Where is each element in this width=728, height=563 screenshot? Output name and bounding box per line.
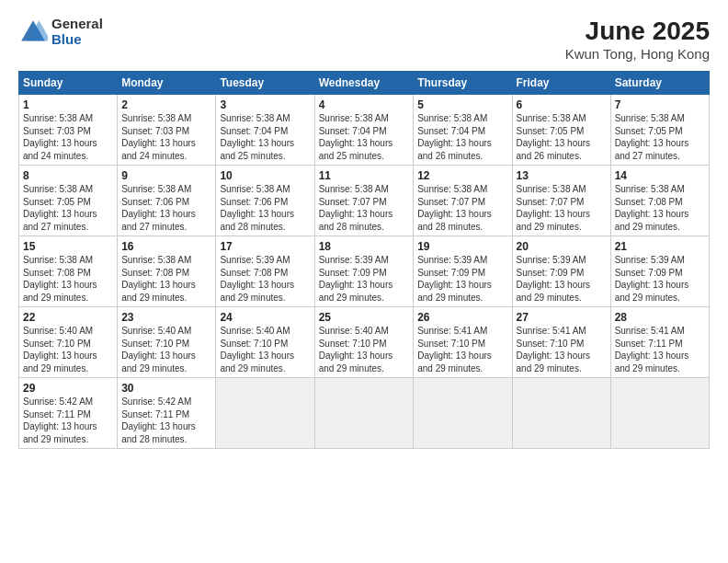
day-info: Sunrise: 5:41 AMSunset: 7:10 PMDaylight:… bbox=[517, 326, 591, 373]
day-number: 17 bbox=[220, 240, 310, 253]
col-wednesday: Wednesday bbox=[314, 72, 414, 95]
day-info: Sunrise: 5:41 AMSunset: 7:10 PMDaylight:… bbox=[417, 326, 492, 373]
table-row: 13 Sunrise: 5:38 AMSunset: 7:07 PMDaylig… bbox=[512, 166, 610, 236]
table-row: 10 Sunrise: 5:38 AMSunset: 7:06 PMDaylig… bbox=[216, 166, 314, 236]
table-row: 25 Sunrise: 5:40 AMSunset: 7:10 PMDaylig… bbox=[314, 307, 414, 378]
calendar: Sunday Monday Tuesday Wednesday Thursday… bbox=[18, 71, 710, 449]
day-info: Sunrise: 5:38 AMSunset: 7:07 PMDaylight:… bbox=[319, 184, 393, 232]
day-number: 22 bbox=[23, 311, 113, 324]
table-row: 19 Sunrise: 5:39 AMSunset: 7:09 PMDaylig… bbox=[414, 236, 512, 307]
title-block: June 2025 Kwun Tong, Hong Kong bbox=[565, 17, 710, 62]
day-number: 15 bbox=[23, 240, 113, 253]
calendar-week-row: 22 Sunrise: 5:40 AMSunset: 7:10 PMDaylig… bbox=[19, 307, 710, 378]
col-saturday: Saturday bbox=[610, 72, 709, 95]
day-number: 9 bbox=[121, 169, 211, 182]
day-number: 29 bbox=[23, 382, 113, 395]
day-info: Sunrise: 5:39 AMSunset: 7:09 PMDaylight:… bbox=[517, 255, 591, 303]
day-info: Sunrise: 5:38 AMSunset: 7:08 PMDaylight:… bbox=[615, 184, 689, 232]
col-monday: Monday bbox=[118, 72, 216, 95]
page-title: June 2025 bbox=[565, 17, 710, 46]
logo-blue: Blue bbox=[51, 32, 103, 48]
table-row: 28 Sunrise: 5:41 AMSunset: 7:11 PMDaylig… bbox=[610, 307, 709, 378]
day-info: Sunrise: 5:38 AMSunset: 7:07 PMDaylight:… bbox=[417, 184, 492, 232]
day-number: 30 bbox=[121, 382, 211, 395]
day-number: 8 bbox=[23, 169, 113, 182]
day-info: Sunrise: 5:38 AMSunset: 7:03 PMDaylight:… bbox=[23, 113, 97, 161]
col-sunday: Sunday bbox=[19, 72, 118, 95]
table-row: 20 Sunrise: 5:39 AMSunset: 7:09 PMDaylig… bbox=[512, 236, 610, 307]
day-info: Sunrise: 5:38 AMSunset: 7:05 PMDaylight:… bbox=[23, 184, 97, 232]
day-number: 16 bbox=[121, 240, 211, 253]
day-info: Sunrise: 5:40 AMSunset: 7:10 PMDaylight:… bbox=[319, 326, 393, 373]
table-row: 4 Sunrise: 5:38 AMSunset: 7:04 PMDayligh… bbox=[314, 95, 414, 166]
day-number: 12 bbox=[417, 169, 507, 182]
day-number: 1 bbox=[23, 98, 113, 111]
logo-general: General bbox=[51, 17, 103, 32]
table-row: 9 Sunrise: 5:38 AMSunset: 7:06 PMDayligh… bbox=[118, 166, 216, 236]
day-number: 14 bbox=[615, 169, 705, 182]
table-row bbox=[414, 378, 512, 449]
day-number: 28 bbox=[615, 311, 705, 324]
table-row: 29 Sunrise: 5:42 AMSunset: 7:11 PMDaylig… bbox=[19, 378, 118, 449]
day-info: Sunrise: 5:40 AMSunset: 7:10 PMDaylight:… bbox=[23, 326, 97, 373]
col-thursday: Thursday bbox=[414, 72, 512, 95]
day-number: 27 bbox=[517, 311, 607, 324]
day-number: 4 bbox=[319, 98, 410, 111]
table-row: 2 Sunrise: 5:38 AMSunset: 7:03 PMDayligh… bbox=[118, 95, 216, 166]
table-row: 21 Sunrise: 5:39 AMSunset: 7:09 PMDaylig… bbox=[610, 236, 709, 307]
day-number: 20 bbox=[517, 240, 607, 253]
day-info: Sunrise: 5:39 AMSunset: 7:08 PMDaylight:… bbox=[220, 255, 294, 303]
day-info: Sunrise: 5:39 AMSunset: 7:09 PMDaylight:… bbox=[615, 255, 689, 303]
header: General Blue June 2025 Kwun Tong, Hong K… bbox=[18, 17, 710, 62]
page: General Blue June 2025 Kwun Tong, Hong K… bbox=[0, 0, 728, 563]
day-info: Sunrise: 5:40 AMSunset: 7:10 PMDaylight:… bbox=[220, 326, 294, 373]
day-number: 2 bbox=[121, 98, 211, 111]
day-info: Sunrise: 5:38 AMSunset: 7:04 PMDaylight:… bbox=[417, 113, 492, 161]
day-info: Sunrise: 5:40 AMSunset: 7:10 PMDaylight:… bbox=[121, 326, 196, 373]
table-row: 22 Sunrise: 5:40 AMSunset: 7:10 PMDaylig… bbox=[19, 307, 118, 378]
day-info: Sunrise: 5:38 AMSunset: 7:05 PMDaylight:… bbox=[517, 113, 591, 161]
col-friday: Friday bbox=[512, 72, 610, 95]
col-tuesday: Tuesday bbox=[216, 72, 314, 95]
day-info: Sunrise: 5:42 AMSunset: 7:11 PMDaylight:… bbox=[121, 396, 196, 444]
day-info: Sunrise: 5:38 AMSunset: 7:06 PMDaylight:… bbox=[220, 184, 294, 232]
day-info: Sunrise: 5:38 AMSunset: 7:06 PMDaylight:… bbox=[121, 184, 196, 232]
table-row: 7 Sunrise: 5:38 AMSunset: 7:05 PMDayligh… bbox=[610, 95, 709, 166]
calendar-week-row: 1 Sunrise: 5:38 AMSunset: 7:03 PMDayligh… bbox=[19, 95, 710, 166]
day-number: 23 bbox=[121, 311, 211, 324]
table-row: 3 Sunrise: 5:38 AMSunset: 7:04 PMDayligh… bbox=[216, 95, 314, 166]
table-row: 11 Sunrise: 5:38 AMSunset: 7:07 PMDaylig… bbox=[314, 166, 414, 236]
day-info: Sunrise: 5:38 AMSunset: 7:04 PMDaylight:… bbox=[220, 113, 294, 161]
table-row bbox=[216, 378, 314, 449]
day-number: 19 bbox=[417, 240, 507, 253]
table-row: 23 Sunrise: 5:40 AMSunset: 7:10 PMDaylig… bbox=[118, 307, 216, 378]
table-row: 6 Sunrise: 5:38 AMSunset: 7:05 PMDayligh… bbox=[512, 95, 610, 166]
day-number: 6 bbox=[517, 98, 607, 111]
day-number: 11 bbox=[319, 169, 410, 182]
page-subtitle: Kwun Tong, Hong Kong bbox=[565, 46, 710, 62]
day-info: Sunrise: 5:42 AMSunset: 7:11 PMDaylight:… bbox=[23, 396, 97, 444]
calendar-header-row: Sunday Monday Tuesday Wednesday Thursday… bbox=[19, 72, 710, 95]
table-row bbox=[610, 378, 709, 449]
day-info: Sunrise: 5:38 AMSunset: 7:07 PMDaylight:… bbox=[517, 184, 591, 232]
table-row: 30 Sunrise: 5:42 AMSunset: 7:11 PMDaylig… bbox=[118, 378, 216, 449]
table-row: 17 Sunrise: 5:39 AMSunset: 7:08 PMDaylig… bbox=[216, 236, 314, 307]
table-row: 15 Sunrise: 5:38 AMSunset: 7:08 PMDaylig… bbox=[19, 236, 118, 307]
table-row: 8 Sunrise: 5:38 AMSunset: 7:05 PMDayligh… bbox=[19, 166, 118, 236]
day-info: Sunrise: 5:38 AMSunset: 7:05 PMDaylight:… bbox=[615, 113, 689, 161]
day-number: 10 bbox=[220, 169, 310, 182]
day-number: 25 bbox=[319, 311, 410, 324]
calendar-week-row: 8 Sunrise: 5:38 AMSunset: 7:05 PMDayligh… bbox=[19, 166, 710, 236]
table-row: 27 Sunrise: 5:41 AMSunset: 7:10 PMDaylig… bbox=[512, 307, 610, 378]
day-info: Sunrise: 5:41 AMSunset: 7:11 PMDaylight:… bbox=[615, 326, 689, 373]
table-row: 24 Sunrise: 5:40 AMSunset: 7:10 PMDaylig… bbox=[216, 307, 314, 378]
day-number: 18 bbox=[319, 240, 410, 253]
day-number: 26 bbox=[417, 311, 507, 324]
table-row bbox=[512, 378, 610, 449]
calendar-week-row: 15 Sunrise: 5:38 AMSunset: 7:08 PMDaylig… bbox=[19, 236, 710, 307]
table-row: 16 Sunrise: 5:38 AMSunset: 7:08 PMDaylig… bbox=[118, 236, 216, 307]
logo-icon bbox=[18, 17, 48, 47]
day-number: 7 bbox=[615, 98, 705, 111]
table-row: 12 Sunrise: 5:38 AMSunset: 7:07 PMDaylig… bbox=[414, 166, 512, 236]
day-number: 13 bbox=[517, 169, 607, 182]
